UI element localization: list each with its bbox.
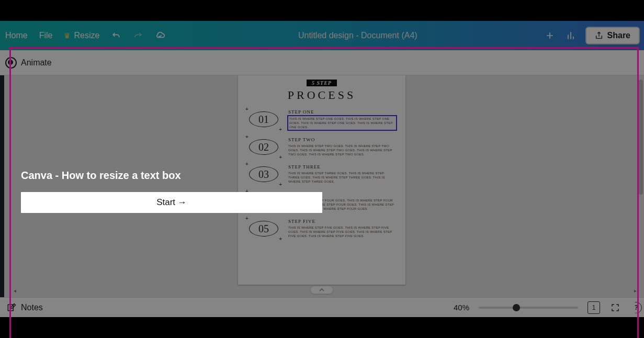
app-frame: Home File ♛ Resize Untitled design - Doc…	[0, 21, 644, 317]
tutorial-card: Canva - How to resize a text box Start →	[21, 170, 322, 213]
tutorial-title: Canva - How to resize a text box	[21, 170, 322, 182]
letterbox-top	[0, 0, 644, 21]
letterbox-bottom	[0, 317, 644, 338]
modal-dim-overlay	[0, 21, 644, 317]
tutorial-start-button[interactable]: Start →	[21, 192, 322, 213]
